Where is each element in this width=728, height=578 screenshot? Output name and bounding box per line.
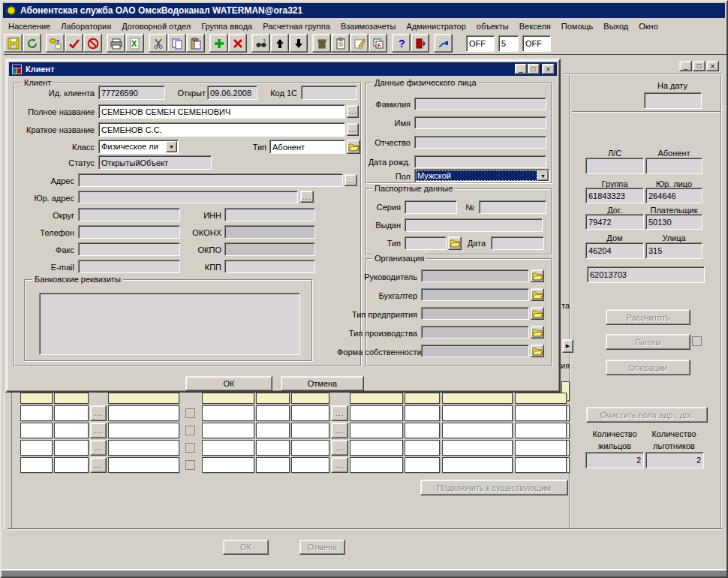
delete-button[interactable] — [228, 34, 247, 53]
class-combobox[interactable]: Физическое ли ▼ — [98, 140, 179, 154]
grid-cell[interactable] — [108, 423, 179, 438]
bg-window-minimize-button[interactable]: _ — [679, 61, 692, 71]
dialog-cancel-button[interactable]: Отмена — [281, 376, 364, 391]
short-name-ellipsis-button[interactable]: ... — [347, 123, 359, 136]
grid-cell[interactable] — [54, 423, 89, 438]
grid-ellipsis-button[interactable]: ... — [90, 457, 107, 473]
excel-export-button[interactable]: X — [125, 34, 144, 53]
chevron-down-icon[interactable]: ▼ — [166, 141, 177, 152]
director-folder-button[interactable] — [531, 269, 544, 282]
grid-cell[interactable] — [108, 440, 179, 456]
bg-window-close-button[interactable]: × — [706, 61, 719, 71]
grid-cell[interactable] — [256, 405, 290, 421]
grid-ellipsis-button[interactable]: ... — [331, 440, 348, 456]
grid-cell[interactable] — [291, 440, 329, 456]
grid-cell[interactable] — [20, 457, 53, 473]
grid-cell[interactable] — [405, 405, 440, 421]
grid-cell[interactable] — [108, 457, 179, 473]
menu-naselenie[interactable]: Население — [3, 20, 56, 33]
grid-ellipsis-button[interactable]: ... — [90, 405, 107, 421]
grid-cell[interactable] — [202, 405, 254, 421]
grid-cell[interactable] — [54, 457, 89, 473]
grid-cell[interactable] — [442, 440, 513, 456]
grid-cell[interactable] — [405, 423, 440, 438]
firstname-field[interactable] — [414, 116, 546, 129]
passport-type-folder-button[interactable] — [448, 236, 462, 250]
add-button[interactable] — [209, 34, 228, 53]
legal-address-field[interactable] — [78, 191, 298, 203]
menu-raschetnaya-gruppa[interactable]: Расчетная группа — [257, 20, 335, 33]
scroll-right-button[interactable]: ▶ — [562, 339, 573, 353]
phone-field[interactable] — [78, 225, 180, 239]
grid-cell[interactable] — [442, 405, 513, 421]
save-button[interactable] — [4, 34, 23, 53]
passport-issued-field[interactable] — [405, 218, 543, 232]
grid-ellipsis-button[interactable]: ... — [90, 423, 107, 438]
exit-button[interactable] — [411, 34, 429, 53]
menu-laboratoriya[interactable]: Лаборатория — [56, 20, 116, 33]
toolbar-off2-field[interactable] — [522, 35, 551, 52]
address-ellipsis-button[interactable]: ... — [344, 174, 357, 186]
grid-cell[interactable] — [256, 457, 290, 473]
menu-dogovornoy-otdel[interactable]: Договорной отдел — [116, 20, 196, 33]
inn-field[interactable] — [224, 208, 315, 221]
grid-cell[interactable] — [350, 440, 403, 456]
toolbar-off1-field[interactable] — [466, 35, 495, 52]
menu-vyhod[interactable]: Выход — [598, 20, 633, 33]
clipboard-button[interactable] — [331, 34, 350, 53]
production-type-folder-button[interactable] — [531, 326, 544, 339]
passport-number-field[interactable] — [479, 200, 546, 214]
full-name-ellipsis-button[interactable]: ... — [347, 105, 359, 118]
cut-button[interactable] — [149, 34, 167, 53]
full-name-field[interactable] — [98, 104, 345, 119]
grid-cell[interactable] — [108, 405, 179, 421]
grid-cell[interactable] — [20, 440, 53, 456]
email-field[interactable] — [78, 260, 180, 273]
menu-vzaimozachety[interactable]: Взаимозачеты — [335, 20, 402, 33]
grid-cell[interactable] — [256, 423, 290, 438]
cards-button[interactable]: F — [369, 34, 387, 53]
legal-address-ellipsis-button[interactable]: ... — [300, 191, 314, 203]
grid-ellipsis-button[interactable]: ... — [331, 457, 348, 473]
grid-cell[interactable] — [350, 457, 403, 473]
menu-okno[interactable]: Окно — [633, 20, 663, 33]
grid-cell[interactable] — [515, 405, 567, 421]
grid-cell[interactable] — [405, 457, 440, 473]
grid-cell[interactable] — [54, 440, 89, 456]
grid-cell[interactable] — [350, 405, 403, 421]
grid-cell[interactable] — [202, 440, 254, 456]
help-button[interactable]: ? — [392, 34, 411, 53]
confirm-button[interactable] — [65, 34, 83, 53]
grid-ellipsis-button[interactable]: ... — [90, 440, 107, 456]
dialog-minimize-button[interactable]: _ — [515, 64, 527, 74]
grid-cell[interactable] — [291, 405, 329, 421]
district-field[interactable] — [78, 208, 180, 221]
grid-ellipsis-button[interactable]: ... — [331, 405, 348, 421]
grid-cell[interactable] — [202, 423, 254, 438]
print-button[interactable] — [107, 34, 125, 53]
grid-cell[interactable] — [515, 423, 567, 438]
grid-cell[interactable] — [405, 440, 440, 456]
grid-cell[interactable] — [20, 405, 53, 421]
grid-cell[interactable] — [442, 457, 513, 473]
address-field[interactable] — [78, 173, 343, 187]
accountant-folder-button[interactable] — [531, 288, 544, 301]
patronymic-field[interactable] — [414, 136, 546, 149]
short-name-field[interactable] — [98, 122, 345, 137]
find-button[interactable]: ? — [251, 34, 270, 53]
benefits-checkbox[interactable] — [692, 336, 702, 346]
grid-cell[interactable] — [442, 423, 513, 438]
refresh-button[interactable] — [23, 34, 41, 53]
dialog-ok-button[interactable]: ОК — [185, 376, 272, 391]
grid-cell[interactable] — [515, 457, 567, 473]
menu-administrator[interactable]: Администратор — [401, 20, 471, 33]
menu-pomosch[interactable]: Помощь — [556, 20, 599, 33]
menu-obekty[interactable]: объекты — [471, 20, 514, 33]
bank-details-textarea[interactable] — [39, 293, 300, 355]
move-down-button[interactable] — [289, 34, 308, 53]
toolbar-counter-field[interactable] — [498, 35, 519, 52]
passport-type-field[interactable] — [405, 236, 447, 250]
copy-button[interactable] — [167, 34, 186, 53]
grid-checkbox[interactable] — [185, 460, 195, 470]
grid-cell[interactable] — [20, 423, 53, 438]
